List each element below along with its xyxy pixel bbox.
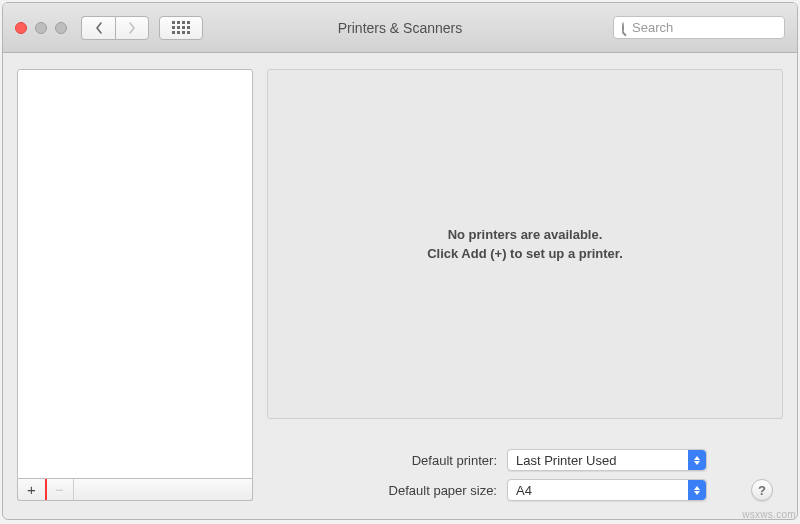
show-all-button[interactable] — [159, 16, 203, 40]
window-controls — [15, 22, 67, 34]
back-button[interactable] — [81, 16, 115, 40]
empty-line-2: Click Add (+) to set up a printer. — [427, 244, 623, 264]
printers-list[interactable] — [17, 69, 253, 479]
no-printers-message: No printers are available. Click Add (+)… — [427, 225, 623, 264]
printers-sidebar: + − — [17, 69, 253, 501]
default-printer-label: Default printer: — [267, 453, 497, 468]
close-window-button[interactable] — [15, 22, 27, 34]
default-paper-size-value: A4 — [516, 483, 532, 498]
window-toolbar: Printers & Scanners — [3, 3, 797, 53]
default-printer-value: Last Printer Used — [516, 453, 616, 468]
remove-printer-button[interactable]: − — [46, 479, 74, 500]
select-stepper-icon — [688, 450, 706, 470]
watermark: wsxws.com — [742, 509, 796, 520]
select-stepper-icon — [688, 480, 706, 500]
minimize-window-button[interactable] — [35, 22, 47, 34]
search-input[interactable] — [630, 19, 798, 36]
preferences-window: Printers & Scanners + − No printers are … — [2, 2, 798, 520]
chevron-left-icon — [95, 22, 103, 34]
detail-well: No printers are available. Click Add (+)… — [267, 69, 783, 419]
default-paper-size-select[interactable]: A4 — [507, 479, 707, 501]
help-button[interactable]: ? — [751, 479, 773, 501]
empty-line-1: No printers are available. — [427, 225, 623, 245]
default-printer-row: Default printer: Last Printer Used — [267, 449, 773, 471]
forward-button[interactable] — [115, 16, 149, 40]
add-printer-button[interactable]: + — [18, 479, 46, 500]
search-field[interactable] — [613, 16, 785, 39]
default-paper-size-row: Default paper size: A4 ? — [267, 479, 773, 501]
nav-back-forward — [81, 16, 149, 40]
grid-icon — [172, 21, 190, 34]
chevron-right-icon — [128, 22, 136, 34]
search-icon — [622, 22, 624, 34]
printers-list-footer: + − — [17, 479, 253, 501]
default-paper-size-label: Default paper size: — [267, 483, 497, 498]
zoom-window-button[interactable] — [55, 22, 67, 34]
content-area: + − No printers are available. Click Add… — [3, 53, 797, 519]
printer-detail-panel: No printers are available. Click Add (+)… — [267, 69, 783, 501]
defaults-form: Default printer: Last Printer Used Defau… — [267, 449, 783, 501]
default-printer-select[interactable]: Last Printer Used — [507, 449, 707, 471]
